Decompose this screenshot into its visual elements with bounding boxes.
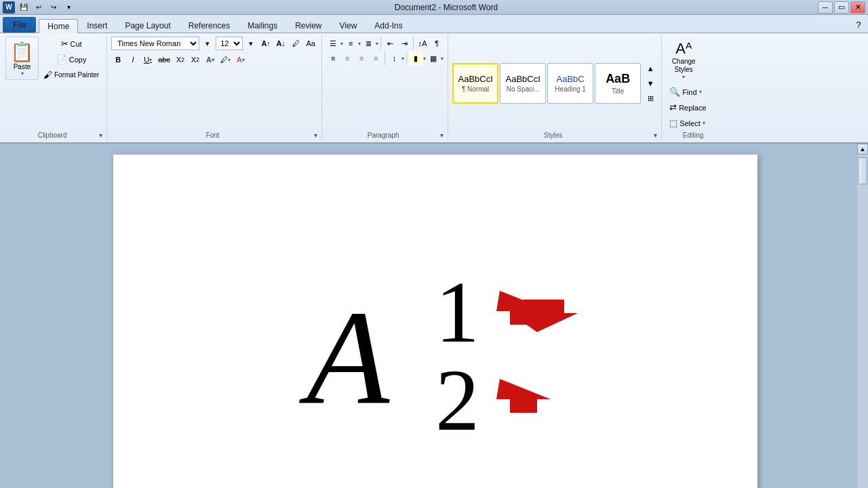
close-btn[interactable]: ✕ xyxy=(850,1,865,14)
tab-add-ins[interactable]: Add-Ins xyxy=(366,18,411,33)
font-expand[interactable]: ▾ xyxy=(314,131,317,139)
find-dropdown[interactable]: ▾ xyxy=(699,89,702,95)
style-no-spacing[interactable]: AaBbCcI No Spaci... xyxy=(500,63,546,104)
cut-btn[interactable]: ✂ Cut xyxy=(40,37,102,51)
change-styles-icon: Aᴬ xyxy=(675,40,692,58)
style-normal-label: ¶ Normal xyxy=(462,85,489,93)
restore-btn[interactable]: ▭ xyxy=(834,1,849,14)
justify-btn[interactable]: ≡ xyxy=(369,52,382,65)
align-right-btn[interactable]: ≡ xyxy=(355,52,368,65)
numbering-btn[interactable]: ≡ xyxy=(344,37,357,50)
styles-group: AaBbCcI ¶ Normal AaBbCcI No Spaci... AaB… xyxy=(450,35,662,140)
italic-btn[interactable]: I xyxy=(126,53,140,66)
title-bar: W 💾 ↩ ↪ ▾ Document2 - Microsoft Word ─ ▭… xyxy=(0,0,868,15)
clipboard-group: 📋 Paste ▾ ✂ Cut 📄 Copy 🖌 Format xyxy=(3,35,107,140)
numbering-dropdown[interactable]: ▾ xyxy=(358,41,361,47)
shading-btn[interactable]: ▮ xyxy=(409,52,422,65)
font-color-btn[interactable]: A ▾ xyxy=(234,53,248,66)
show-hide-btn[interactable]: ¶ xyxy=(430,37,443,50)
text-effects-btn[interactable]: A ▾ xyxy=(203,53,217,66)
tab-page-layout[interactable]: Page Layout xyxy=(116,18,179,33)
select-dropdown[interactable]: ▾ xyxy=(703,120,705,126)
font-size-dropdown[interactable]: ▾ xyxy=(244,37,258,50)
doc-content[interactable]: A 1 2 xyxy=(14,144,857,488)
line-spacing-dropdown[interactable]: ▾ xyxy=(401,56,404,62)
align-center-btn[interactable]: ≡ xyxy=(340,52,354,65)
multilevel-btn[interactable]: ≣ xyxy=(361,37,375,50)
paragraph-expand[interactable]: ▾ xyxy=(440,131,443,139)
tab-view[interactable]: View xyxy=(331,18,366,33)
styles-scroll-up[interactable]: ▲ xyxy=(644,62,657,75)
change-styles-dropdown[interactable]: ▾ xyxy=(682,74,685,80)
copy-label: Copy xyxy=(69,56,87,64)
format-painter-btn[interactable]: 🖌 Format Painter xyxy=(40,68,102,82)
clipboard-expand[interactable]: ▾ xyxy=(99,131,102,139)
tab-mailings[interactable]: Mailings xyxy=(239,18,286,33)
subscript-btn[interactable]: X2 xyxy=(174,53,187,66)
increase-font-btn[interactable]: A↑ xyxy=(259,37,273,50)
tab-file[interactable]: File xyxy=(3,17,36,33)
undo-quick-btn[interactable]: ↩ xyxy=(33,2,45,13)
select-label: Select xyxy=(679,119,701,127)
styles-expand[interactable]: ▾ xyxy=(654,131,657,139)
superscript-btn[interactable]: X2 xyxy=(189,53,202,66)
shading-dropdown[interactable]: ▾ xyxy=(423,56,426,62)
text-highlight-btn[interactable]: 🖊 ▾ xyxy=(218,53,233,66)
borders-dropdown[interactable]: ▾ xyxy=(441,56,443,62)
copy-btn[interactable]: 📄 Copy xyxy=(40,52,102,66)
vertical-scrollbar: ▲ ⊞ ⊟ ▼ xyxy=(857,144,868,488)
redo-quick-btn[interactable]: ↪ xyxy=(47,2,60,13)
scroll-thumb[interactable] xyxy=(858,157,867,184)
align-left-btn[interactable]: ≡ xyxy=(326,52,340,65)
svg-text:2: 2 xyxy=(435,351,479,449)
tab-references[interactable]: References xyxy=(180,18,239,33)
borders-btn[interactable]: ▦ xyxy=(427,52,440,65)
styles-expand-btn[interactable]: ⊞ xyxy=(644,92,657,105)
customize-quick-access[interactable]: ▾ xyxy=(62,2,75,13)
font-theme-btn[interactable]: Aa xyxy=(304,37,317,50)
style-heading1[interactable]: AaBbC Heading 1 xyxy=(547,63,593,104)
svg-marker-5 xyxy=(496,379,551,413)
style-normal[interactable]: AaBbCcI ¶ Normal xyxy=(452,63,498,104)
tab-insert[interactable]: Insert xyxy=(78,18,116,33)
paste-dropdown[interactable]: ▾ xyxy=(21,70,24,77)
tab-review[interactable]: Review xyxy=(286,18,330,33)
find-icon: 🔍 xyxy=(669,87,680,97)
replace-btn[interactable]: ⇄ Replace xyxy=(666,100,720,115)
change-styles-btn[interactable]: Aᴬ ChangeStyles ▾ xyxy=(666,37,701,83)
format-painter-label: Format Painter xyxy=(54,71,99,79)
multilevel-dropdown[interactable]: ▾ xyxy=(376,41,378,47)
document-page[interactable]: A 1 2 xyxy=(113,155,757,488)
find-btn[interactable]: 🔍 Find ▾ xyxy=(666,85,720,99)
decrease-font-btn[interactable]: A↓ xyxy=(274,37,288,50)
select-btn[interactable]: ⬚ Select ▾ xyxy=(666,116,720,130)
sort-btn[interactable]: ↕A xyxy=(416,37,429,50)
save-quick-btn[interactable]: 💾 xyxy=(18,2,30,13)
styles-scroll-down[interactable]: ▼ xyxy=(644,77,657,90)
change-styles-label: ChangeStyles xyxy=(672,58,696,74)
bullets-btn[interactable]: ☰ xyxy=(326,37,340,50)
minimize-btn[interactable]: ─ xyxy=(818,1,833,14)
paragraph-group: ☰ ▾ ≡ ▾ ≣ ▾ ⇤ ⇥ ↕A ¶ ≡ ≡ ≡ ≡ xyxy=(323,35,448,140)
increase-indent-btn[interactable]: ⇥ xyxy=(397,37,411,50)
line-spacing-btn[interactable]: ↕ xyxy=(387,52,401,65)
replace-label: Replace xyxy=(679,104,706,112)
bold-btn[interactable]: B xyxy=(111,53,125,66)
scroll-track[interactable] xyxy=(857,155,868,488)
ribbon: File Home Insert Page Layout References … xyxy=(0,15,868,144)
font-name-dropdown[interactable]: ▾ xyxy=(201,37,214,50)
style-title[interactable]: AaB Title xyxy=(595,63,641,104)
underline-btn[interactable]: U ▾ xyxy=(141,53,155,66)
bullets-dropdown[interactable]: ▾ xyxy=(340,41,343,47)
font-size-select[interactable]: 12 xyxy=(216,37,243,50)
strikethrough-btn[interactable]: abc xyxy=(156,53,172,66)
paste-btn[interactable]: 📋 Paste ▾ xyxy=(5,37,39,80)
tab-home[interactable]: Home xyxy=(39,19,78,33)
decrease-indent-btn[interactable]: ⇤ xyxy=(383,37,397,50)
font-name-select[interactable]: Times New Roman xyxy=(111,37,199,50)
paste-label: Paste xyxy=(14,63,31,70)
scroll-up-btn[interactable]: ▲ xyxy=(857,144,868,155)
clear-formatting-btn[interactable]: 🖊 xyxy=(289,37,302,50)
ribbon-help-btn[interactable]: ? xyxy=(852,18,865,31)
title-bar-left: W 💾 ↩ ↪ ▾ xyxy=(3,1,75,14)
